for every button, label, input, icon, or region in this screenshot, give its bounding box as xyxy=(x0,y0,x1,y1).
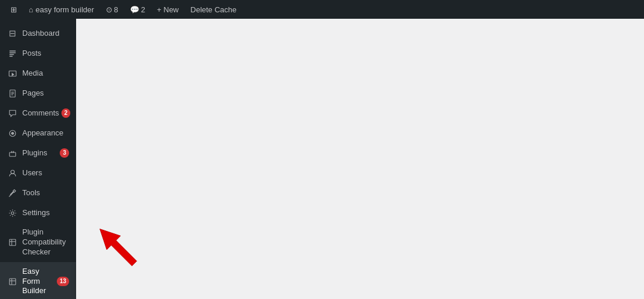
sidebar: ⊟ Dashboard Posts Media Pages Comm xyxy=(0,19,76,299)
layout: ⊟ Dashboard Posts Media Pages Comm xyxy=(0,19,644,299)
sidebar-item-plugins[interactable]: Plugins 3 xyxy=(0,143,76,163)
svg-line-15 xyxy=(9,194,11,196)
sidebar-item-label: Appearance xyxy=(22,128,69,138)
new-label: + New xyxy=(157,5,179,14)
svg-rect-0 xyxy=(9,50,16,52)
main-content xyxy=(76,19,644,299)
sidebar-item-label: Media xyxy=(22,69,69,79)
sidebar-item-label: Comments xyxy=(22,108,59,118)
users-icon xyxy=(7,168,18,178)
comments-icon: 💬 xyxy=(130,5,139,14)
svg-point-14 xyxy=(11,170,14,174)
sidebar-item-tools[interactable]: Tools xyxy=(0,183,76,203)
comments-menu-icon xyxy=(7,108,18,118)
easy-form-builder-icon xyxy=(7,276,18,287)
updates-count: 8 xyxy=(114,5,118,14)
comments-count: 2 xyxy=(141,5,145,14)
sidebar-item-pages[interactable]: Pages xyxy=(0,83,76,103)
svg-rect-17 xyxy=(9,239,16,246)
admin-bar-wp-icon[interactable]: ⊞ xyxy=(5,0,23,19)
easy-form-builder-badge: 13 xyxy=(57,277,69,286)
sidebar-item-label: Tools xyxy=(22,188,69,198)
svg-point-16 xyxy=(11,212,14,215)
appearance-icon xyxy=(7,128,18,138)
admin-bar-delete-cache[interactable]: Delete Cache xyxy=(184,0,242,19)
sidebar-item-media[interactable]: Media xyxy=(0,63,76,83)
plugins-badge: 3 xyxy=(60,148,69,158)
svg-rect-1 xyxy=(9,52,16,53)
sidebar-item-label: Dashboard xyxy=(22,29,69,39)
sidebar-item-settings[interactable]: Settings xyxy=(0,203,76,223)
pages-icon xyxy=(7,88,18,98)
svg-rect-12 xyxy=(11,151,12,152)
svg-rect-13 xyxy=(13,151,14,152)
sidebar-item-label: Settings xyxy=(22,208,69,218)
plugins-icon xyxy=(7,148,18,158)
svg-marker-5 xyxy=(12,73,15,76)
plugin-checker-icon xyxy=(7,237,18,247)
svg-rect-2 xyxy=(9,54,14,55)
sidebar-item-easy-form-builder[interactable]: Easy Form Builder 13 Panel Create xyxy=(0,262,76,299)
sidebar-item-label: Pages xyxy=(22,89,69,98)
sidebar-item-label: Plugin Compatibility Checker xyxy=(22,227,69,257)
updates-icon: ⊙ xyxy=(106,5,112,14)
comments-badge: 2 xyxy=(61,108,71,118)
svg-rect-20 xyxy=(9,278,16,285)
settings-icon xyxy=(7,208,18,218)
admin-bar-new[interactable]: + New xyxy=(151,0,184,19)
sidebar-item-label: Plugins xyxy=(22,148,57,158)
sidebar-item-plugin-checker[interactable]: Plugin Compatibility Checker xyxy=(0,223,76,262)
svg-rect-3 xyxy=(9,56,12,57)
admin-bar: ⊞ ⌂ easy form builder ⊙ 8 💬 2 + New Dele… xyxy=(0,0,644,19)
tools-icon xyxy=(7,188,18,198)
admin-bar-comments[interactable]: 💬 2 xyxy=(124,0,151,19)
sidebar-item-comments[interactable]: Comments 2 xyxy=(0,103,76,123)
delete-cache-label: Delete Cache xyxy=(190,5,237,14)
site-name: easy form builder xyxy=(36,5,94,14)
wp-icon: ⊞ xyxy=(11,5,17,14)
sidebar-item-appearance[interactable]: Appearance xyxy=(0,123,76,143)
admin-bar-updates[interactable]: ⊙ 8 xyxy=(100,0,124,19)
dashboard-icon: ⊟ xyxy=(7,28,18,39)
sidebar-item-posts[interactable]: Posts xyxy=(0,43,76,63)
sidebar-item-label: Users xyxy=(22,168,69,178)
admin-bar-site[interactable]: ⌂ easy form builder xyxy=(23,0,100,19)
home-icon: ⌂ xyxy=(29,5,33,14)
sidebar-item-dashboard[interactable]: ⊟ Dashboard xyxy=(0,23,76,43)
sidebar-item-label: Easy Form Builder xyxy=(22,267,54,297)
media-icon xyxy=(7,68,18,79)
sidebar-item-label: Posts xyxy=(22,49,69,59)
svg-rect-11 xyxy=(9,152,16,157)
sidebar-item-users[interactable]: Users xyxy=(0,163,76,183)
posts-icon xyxy=(7,48,18,59)
